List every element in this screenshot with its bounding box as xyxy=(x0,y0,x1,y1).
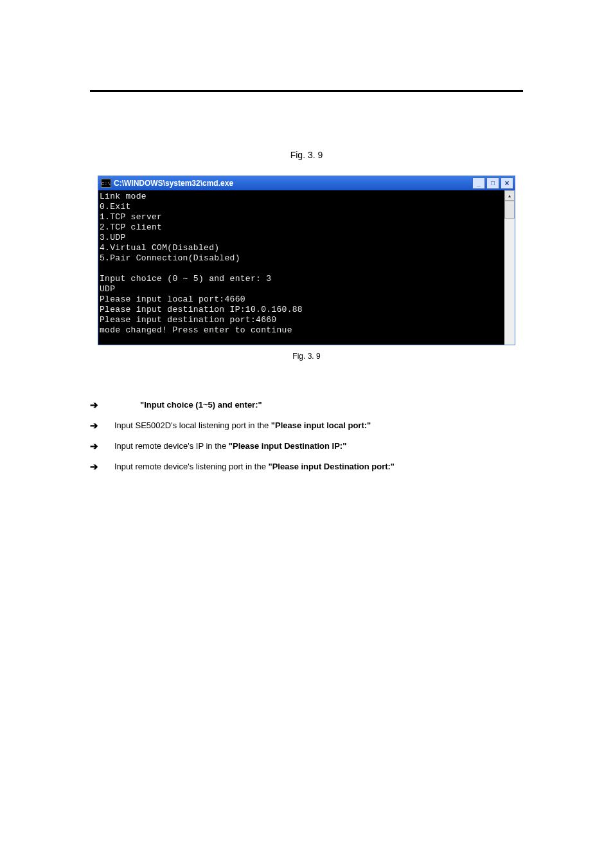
instruction-pre: Input remote device's listening port in … xyxy=(114,462,269,471)
instruction-bold: "Please input Destination IP:" xyxy=(229,441,347,451)
window-title: C:\WINDOWS\system32\cmd.exe xyxy=(114,179,472,188)
maximize-button[interactable]: □ xyxy=(486,177,499,189)
arrow-icon: ➔ xyxy=(90,440,102,452)
instruction-bold: "Please input local port:" xyxy=(271,420,371,430)
cmd-console-window: C:\ C:\WINDOWS\system32\cmd.exe _ □ × Li… xyxy=(98,176,515,345)
figure-caption-top: Fig. 3. 9 xyxy=(90,150,523,160)
cmd-icon: C:\ xyxy=(101,179,111,188)
vertical-scrollbar[interactable]: ▴ xyxy=(504,190,515,345)
console-output[interactable]: Link mode 0.Exit 1.TCP server 2.TCP clie… xyxy=(98,190,504,345)
console-body-row: Link mode 0.Exit 1.TCP server 2.TCP clie… xyxy=(98,190,515,345)
instruction-text: Input remote device's IP in the "Please … xyxy=(102,440,523,452)
instruction-pre: Input remote device's IP in the xyxy=(114,441,229,451)
scrollbar-thumb[interactable] xyxy=(504,201,515,219)
instruction-row: ➔ Input SE5002D's local listening port i… xyxy=(90,420,523,431)
instruction-row: ➔ Input remote device's IP in the "Pleas… xyxy=(90,440,523,452)
instruction-pre: Input SE5002D's local listening port in … xyxy=(114,420,271,430)
document-page: Fig. 3. 9 C:\ C:\WINDOWS\system32\cmd.ex… xyxy=(0,0,613,520)
arrow-icon: ➔ xyxy=(90,399,102,411)
instruction-row: ➔ "Input choice (1~5) and enter:" xyxy=(90,399,523,411)
scroll-up-button[interactable]: ▴ xyxy=(504,190,515,201)
instruction-bold: "Please input Destination port:" xyxy=(269,462,395,471)
minimize-button[interactable]: _ xyxy=(472,177,485,189)
window-buttons: _ □ × xyxy=(472,177,513,189)
scrollbar-track[interactable] xyxy=(504,219,515,345)
instruction-text: Input SE5002D's local listening port in … xyxy=(102,420,523,431)
close-button[interactable]: × xyxy=(501,177,513,189)
instruction-text: "Input choice (1~5) and enter:" xyxy=(102,399,523,411)
close-icon: × xyxy=(504,179,509,187)
figure-caption-bottom: Fig. 3. 9 xyxy=(90,352,523,361)
instruction-row: ➔ Input remote device's listening port i… xyxy=(90,461,523,473)
instructions-list: ➔ "Input choice (1~5) and enter:" ➔ Inpu… xyxy=(90,399,523,473)
instruction-text: Input remote device's listening port in … xyxy=(102,461,523,473)
arrow-icon: ➔ xyxy=(90,420,102,431)
window-titlebar[interactable]: C:\ C:\WINDOWS\system32\cmd.exe _ □ × xyxy=(98,176,515,190)
maximize-icon: □ xyxy=(491,180,495,186)
horizontal-rule xyxy=(90,90,523,92)
arrow-icon: ➔ xyxy=(90,461,102,473)
minimize-icon: _ xyxy=(477,180,481,186)
